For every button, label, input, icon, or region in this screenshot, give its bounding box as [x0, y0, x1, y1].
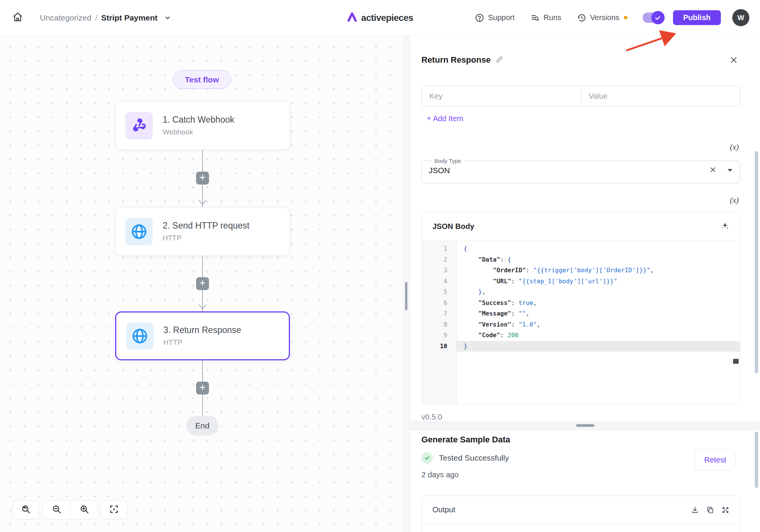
line-number: 10: [422, 341, 447, 352]
output-header: Output: [422, 496, 740, 524]
home-icon: [13, 12, 23, 24]
topbar-right: Support Runs Versions Publish: [475, 0, 749, 35]
test-flow-button[interactable]: Test flow: [173, 70, 231, 89]
code-area[interactable]: 12345678910 { "Data": { "OrderID": "{{tr…: [422, 241, 740, 404]
line-number: 4: [422, 276, 447, 287]
json-body-editor: JSON Body 12345678910 { "Data": { "Order…: [421, 212, 740, 404]
line-number: 8: [422, 319, 447, 330]
output-actions: [691, 506, 729, 514]
zoom-in-icon: [79, 504, 89, 516]
code-line[interactable]: "Message": "",: [457, 308, 740, 319]
dropdown-caret-icon[interactable]: [727, 167, 733, 174]
editor-scrollbar-thumb[interactable]: [733, 359, 739, 364]
code-lines: { "Data": { "OrderID": "{{trigger['body'…: [457, 241, 740, 404]
avatar[interactable]: W: [732, 9, 749, 26]
publish-button[interactable]: Publish: [673, 10, 721, 25]
copy-icon[interactable]: [706, 506, 714, 514]
fit-to-view-icon: [109, 504, 119, 516]
fit-to-view-button[interactable]: [101, 500, 127, 519]
versions-unpublished-dot: [624, 16, 627, 19]
piece-version: v0.5.0: [421, 413, 442, 421]
sample-scrollbar-thumb[interactable]: [755, 432, 758, 488]
ai-sparkle-icon[interactable]: [721, 222, 729, 232]
code-line[interactable]: "URL": "{{step_1['body']['url']}}": [457, 276, 740, 287]
globe-icon: [126, 322, 154, 350]
step-card-catch-webhook[interactable]: 1. Catch Webhook Webhook: [115, 101, 290, 150]
body-type-value: JSON: [429, 166, 709, 175]
section-resize-handle[interactable]: [576, 424, 594, 427]
webhook-icon: [125, 112, 153, 139]
add-step-button-1[interactable]: [196, 172, 209, 185]
question-circle-icon: [475, 13, 484, 22]
zoom-out-button[interactable]: [43, 501, 70, 519]
step-card-send-http[interactable]: 2. Send HTTP request HTTP: [115, 207, 290, 256]
brand: activepieces: [347, 0, 413, 35]
panel-title: Return Response: [421, 55, 491, 65]
panel-resize-handle[interactable]: [405, 282, 407, 310]
close-icon[interactable]: [730, 56, 738, 66]
generate-sample-data-title: Generate Sample Data: [421, 435, 510, 445]
download-icon[interactable]: [691, 506, 699, 514]
insert-variable-icon[interactable]: (x): [730, 142, 739, 152]
retest-button[interactable]: Retest: [695, 449, 736, 470]
edit-pencil-icon[interactable]: [496, 56, 503, 65]
plus-icon: [199, 174, 206, 182]
panel-scrollbar-thumb[interactable]: [755, 151, 758, 373]
versions-button[interactable]: Versions: [577, 13, 619, 22]
home-button[interactable]: [10, 10, 25, 26]
code-line[interactable]: "Success": true,: [457, 298, 740, 309]
flow-enabled-toggle[interactable]: [643, 13, 663, 23]
zoom-reset-icon: [21, 504, 31, 516]
step-card-return-response[interactable]: 3. Return Response HTTP: [115, 311, 290, 360]
toggle-knob: [651, 11, 665, 24]
code-line[interactable]: "Version": "1.0",: [457, 319, 740, 330]
test-timestamp: 2 days ago: [421, 470, 459, 479]
clear-selection-icon[interactable]: [709, 166, 716, 175]
code-line[interactable]: },: [457, 287, 740, 298]
flow-builder-app: Uncategorized / Stript Payment activepie…: [0, 0, 760, 532]
runs-button[interactable]: Runs: [530, 13, 561, 22]
step-texts: 2. Send HTTP request HTTP: [163, 221, 249, 242]
line-number: 7: [422, 308, 447, 319]
support-button[interactable]: Support: [475, 13, 515, 22]
versions-label: Versions: [590, 13, 619, 22]
line-number: 2: [422, 254, 447, 265]
insert-variable-icon[interactable]: (x): [730, 196, 739, 205]
breadcrumb-separator: /: [95, 13, 97, 22]
flow-canvas[interactable]: Test flow 1. Catch Webhook Webhook 2. Se…: [0, 35, 403, 532]
step-subtitle: Webhook: [163, 128, 234, 136]
flow-end-node: End: [186, 416, 218, 436]
activepieces-logo-icon: [347, 12, 358, 24]
step-texts: 1. Catch Webhook Webhook: [163, 115, 234, 136]
breadcrumb-folder[interactable]: Uncategorized: [40, 13, 91, 22]
value-input[interactable]: [581, 86, 740, 106]
code-gutter: 12345678910: [422, 241, 457, 404]
line-number: 9: [422, 330, 447, 341]
code-line[interactable]: }: [457, 341, 740, 352]
zoom-reset-button[interactable]: [12, 500, 39, 519]
topbar-left: Uncategorized / Stript Payment: [10, 0, 171, 35]
zoom-button-group: [43, 500, 98, 519]
body-type-select[interactable]: Body Type JSON: [421, 158, 740, 183]
json-body-label: JSON Body: [432, 222, 721, 231]
test-status-row: Tested Successfully: [421, 452, 509, 464]
add-step-button-2[interactable]: [196, 277, 209, 290]
code-line[interactable]: "Data": {: [457, 254, 740, 265]
step-texts: 3. Return Response HTTP: [163, 325, 241, 347]
zoom-in-button[interactable]: [70, 501, 98, 519]
chevron-down-icon[interactable]: [164, 14, 171, 21]
breadcrumb-flow-name[interactable]: Stript Payment: [101, 13, 157, 22]
support-label: Support: [488, 13, 515, 22]
plus-icon: [199, 279, 206, 288]
code-line[interactable]: "OrderID": "{{trigger['body']['OrderID']…: [457, 265, 740, 276]
code-line[interactable]: "Code": 200: [457, 330, 740, 341]
add-item-link[interactable]: + Add Item: [427, 114, 463, 123]
add-step-button-3[interactable]: [196, 382, 209, 395]
code-line[interactable]: {: [457, 243, 740, 254]
line-number: 1: [422, 243, 447, 254]
body-type-label: Body Type: [432, 158, 464, 164]
panel-title-row: Return Response: [421, 55, 740, 65]
expand-icon[interactable]: [722, 506, 729, 514]
key-input[interactable]: [422, 86, 581, 106]
output-tree-row[interactable]: object {3}: [422, 524, 740, 532]
